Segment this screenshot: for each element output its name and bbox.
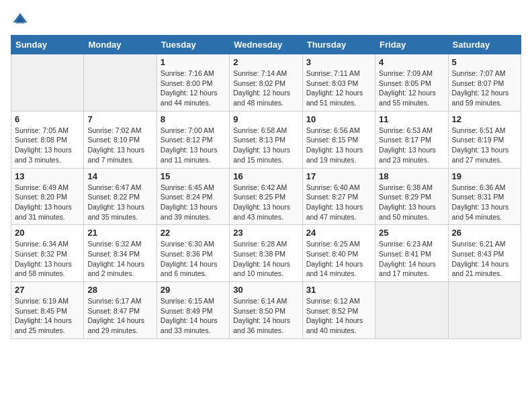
calendar-cell: 6Sunrise: 7:05 AM Sunset: 8:08 PM Daylig… — [11, 111, 84, 168]
calendar-cell: 16Sunrise: 6:42 AM Sunset: 8:25 PM Dayli… — [230, 168, 302, 225]
day-info: Sunrise: 7:05 AM Sunset: 8:08 PM Dayligh… — [15, 126, 80, 165]
calendar-week-5: 27Sunrise: 6:19 AM Sunset: 8:45 PM Dayli… — [11, 282, 521, 339]
day-number: 15 — [161, 171, 226, 181]
day-info: Sunrise: 6:25 AM Sunset: 8:40 PM Dayligh… — [306, 239, 371, 279]
weekday-header-saturday: Saturday — [448, 36, 521, 54]
calendar-cell: 27Sunrise: 6:19 AM Sunset: 8:45 PM Dayli… — [11, 282, 84, 339]
calendar-cell: 17Sunrise: 6:40 AM Sunset: 8:27 PM Dayli… — [302, 168, 375, 225]
calendar-cell: 26Sunrise: 6:21 AM Sunset: 8:43 PM Dayli… — [448, 225, 521, 282]
day-number: 31 — [306, 285, 371, 295]
day-info: Sunrise: 7:07 AM Sunset: 8:07 PM Dayligh… — [452, 68, 517, 108]
day-number: 27 — [15, 285, 80, 295]
day-number: 16 — [233, 171, 298, 181]
day-number: 23 — [233, 228, 298, 238]
day-number: 10 — [306, 114, 371, 124]
day-number: 29 — [161, 285, 226, 295]
day-number: 19 — [452, 171, 517, 181]
day-number: 9 — [233, 114, 298, 124]
day-number: 8 — [161, 114, 226, 124]
day-number: 12 — [452, 114, 517, 124]
calendar-cell: 29Sunrise: 6:15 AM Sunset: 8:49 PM Dayli… — [157, 282, 229, 339]
weekday-header-sunday: Sunday — [11, 36, 84, 54]
day-info: Sunrise: 6:28 AM Sunset: 8:38 PM Dayligh… — [233, 239, 298, 279]
day-number: 20 — [15, 228, 80, 238]
calendar-cell: 22Sunrise: 6:30 AM Sunset: 8:36 PM Dayli… — [157, 225, 229, 282]
day-info: Sunrise: 7:16 AM Sunset: 8:00 PM Dayligh… — [161, 68, 226, 108]
calendar-cell: 14Sunrise: 6:47 AM Sunset: 8:22 PM Dayli… — [84, 168, 157, 225]
day-info: Sunrise: 6:58 AM Sunset: 8:13 PM Dayligh… — [233, 126, 298, 165]
day-number: 11 — [379, 114, 444, 124]
day-info: Sunrise: 6:19 AM Sunset: 8:45 PM Dayligh… — [15, 296, 80, 336]
day-info: Sunrise: 6:17 AM Sunset: 8:47 PM Dayligh… — [87, 296, 152, 336]
calendar-cell: 10Sunrise: 6:56 AM Sunset: 8:15 PM Dayli… — [302, 111, 375, 168]
calendar-cell: 11Sunrise: 6:53 AM Sunset: 8:17 PM Dayli… — [375, 111, 448, 168]
calendar-cell: 28Sunrise: 6:17 AM Sunset: 8:47 PM Dayli… — [84, 282, 157, 339]
calendar-cell: 1Sunrise: 7:16 AM Sunset: 8:00 PM Daylig… — [157, 54, 229, 111]
day-number: 13 — [15, 171, 80, 181]
day-number: 22 — [161, 228, 226, 238]
calendar-cell: 3Sunrise: 7:11 AM Sunset: 8:03 PM Daylig… — [302, 54, 375, 111]
day-info: Sunrise: 7:09 AM Sunset: 8:05 PM Dayligh… — [379, 68, 444, 108]
day-number: 5 — [452, 57, 517, 67]
calendar-cell: 12Sunrise: 6:51 AM Sunset: 8:19 PM Dayli… — [448, 111, 521, 168]
day-number: 24 — [306, 228, 371, 238]
calendar-cell: 18Sunrise: 6:38 AM Sunset: 8:29 PM Dayli… — [375, 168, 448, 225]
weekday-header-thursday: Thursday — [302, 36, 375, 54]
day-number: 7 — [87, 114, 152, 124]
day-info: Sunrise: 6:23 AM Sunset: 8:41 PM Dayligh… — [379, 239, 444, 279]
calendar-week-3: 13Sunrise: 6:49 AM Sunset: 8:20 PM Dayli… — [11, 168, 521, 225]
calendar-cell: 23Sunrise: 6:28 AM Sunset: 8:38 PM Dayli… — [230, 225, 302, 282]
day-info: Sunrise: 6:47 AM Sunset: 8:22 PM Dayligh… — [87, 183, 152, 222]
calendar-cell: 13Sunrise: 6:49 AM Sunset: 8:20 PM Dayli… — [11, 168, 84, 225]
day-info: Sunrise: 6:15 AM Sunset: 8:49 PM Dayligh… — [161, 296, 226, 336]
day-number: 14 — [87, 171, 152, 181]
day-number: 1 — [161, 57, 226, 67]
day-info: Sunrise: 6:53 AM Sunset: 8:17 PM Dayligh… — [379, 126, 444, 165]
weekday-header-wednesday: Wednesday — [230, 36, 302, 54]
calendar-cell: 2Sunrise: 7:14 AM Sunset: 8:02 PM Daylig… — [230, 54, 302, 111]
day-info: Sunrise: 6:56 AM Sunset: 8:15 PM Dayligh… — [306, 126, 371, 165]
day-number: 2 — [233, 57, 298, 67]
logo-icon — [11, 11, 30, 30]
calendar-cell: 20Sunrise: 6:34 AM Sunset: 8:32 PM Dayli… — [11, 225, 84, 282]
calendar-cell: 19Sunrise: 6:36 AM Sunset: 8:31 PM Dayli… — [448, 168, 521, 225]
calendar-cell: 31Sunrise: 6:12 AM Sunset: 8:52 PM Dayli… — [302, 282, 375, 339]
day-info: Sunrise: 6:30 AM Sunset: 8:36 PM Dayligh… — [161, 239, 226, 279]
calendar-cell: 9Sunrise: 6:58 AM Sunset: 8:13 PM Daylig… — [230, 111, 302, 168]
day-info: Sunrise: 6:32 AM Sunset: 8:34 PM Dayligh… — [87, 239, 152, 279]
calendar-cell: 24Sunrise: 6:25 AM Sunset: 8:40 PM Dayli… — [302, 225, 375, 282]
day-info: Sunrise: 6:36 AM Sunset: 8:31 PM Dayligh… — [452, 183, 517, 222]
day-number: 18 — [379, 171, 444, 181]
calendar-week-1: 1Sunrise: 7:16 AM Sunset: 8:00 PM Daylig… — [11, 54, 521, 111]
day-number: 17 — [306, 171, 371, 181]
day-info: Sunrise: 6:49 AM Sunset: 8:20 PM Dayligh… — [15, 183, 80, 222]
day-info: Sunrise: 6:40 AM Sunset: 8:27 PM Dayligh… — [306, 183, 371, 222]
calendar-cell: 8Sunrise: 7:00 AM Sunset: 8:12 PM Daylig… — [157, 111, 229, 168]
calendar-table: SundayMondayTuesdayWednesdayThursdayFrid… — [11, 35, 521, 339]
day-number: 4 — [379, 57, 444, 67]
day-number: 25 — [379, 228, 444, 238]
day-info: Sunrise: 7:11 AM Sunset: 8:03 PM Dayligh… — [306, 68, 371, 108]
weekday-header-row: SundayMondayTuesdayWednesdayThursdayFrid… — [11, 36, 521, 54]
day-info: Sunrise: 6:51 AM Sunset: 8:19 PM Dayligh… — [452, 126, 517, 165]
calendar-cell: 5Sunrise: 7:07 AM Sunset: 8:07 PM Daylig… — [448, 54, 521, 111]
calendar-week-2: 6Sunrise: 7:05 AM Sunset: 8:08 PM Daylig… — [11, 111, 521, 168]
day-info: Sunrise: 6:38 AM Sunset: 8:29 PM Dayligh… — [379, 183, 444, 222]
day-info: Sunrise: 6:12 AM Sunset: 8:52 PM Dayligh… — [306, 296, 371, 336]
day-info: Sunrise: 6:42 AM Sunset: 8:25 PM Dayligh… — [233, 183, 298, 222]
calendar-cell: 15Sunrise: 6:45 AM Sunset: 8:24 PM Dayli… — [157, 168, 229, 225]
calendar-cell: 4Sunrise: 7:09 AM Sunset: 8:05 PM Daylig… — [375, 54, 448, 111]
logo — [11, 11, 32, 30]
day-info: Sunrise: 6:21 AM Sunset: 8:43 PM Dayligh… — [452, 239, 517, 279]
day-info: Sunrise: 7:00 AM Sunset: 8:12 PM Dayligh… — [161, 126, 226, 165]
calendar-cell — [11, 54, 84, 111]
day-number: 26 — [452, 228, 517, 238]
calendar-cell: 21Sunrise: 6:32 AM Sunset: 8:34 PM Dayli… — [84, 225, 157, 282]
weekday-header-tuesday: Tuesday — [157, 36, 229, 54]
day-number: 3 — [306, 57, 371, 67]
page-header — [11, 11, 521, 30]
day-number: 30 — [233, 285, 298, 295]
day-info: Sunrise: 6:14 AM Sunset: 8:50 PM Dayligh… — [233, 296, 298, 336]
day-info: Sunrise: 7:14 AM Sunset: 8:02 PM Dayligh… — [233, 68, 298, 108]
calendar-cell: 7Sunrise: 7:02 AM Sunset: 8:10 PM Daylig… — [84, 111, 157, 168]
